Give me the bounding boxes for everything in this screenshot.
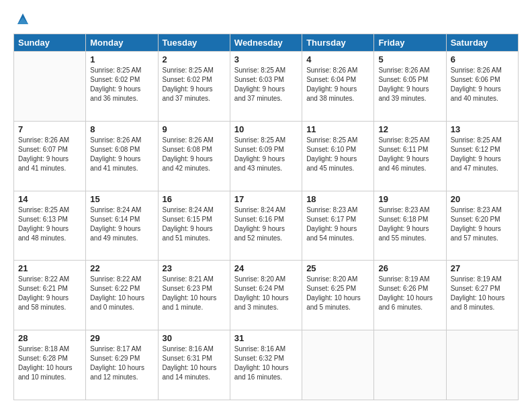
day-info: Sunrise: 8:25 AM Sunset: 6:09 PM Dayligh… — [234, 136, 298, 173]
day-info: Sunrise: 8:23 AM Sunset: 6:20 PM Dayligh… — [451, 205, 514, 243]
day-number: 10 — [234, 124, 298, 134]
day-info: Sunrise: 8:23 AM Sunset: 6:17 PM Dayligh… — [306, 205, 369, 243]
day-cell: 5Sunrise: 8:26 AM Sunset: 6:05 PM Daylig… — [374, 52, 446, 122]
day-number: 30 — [163, 333, 226, 343]
column-header-saturday: Saturday — [446, 34, 518, 52]
day-info: Sunrise: 8:22 AM Sunset: 6:21 PM Dayligh… — [18, 275, 81, 312]
day-cell: 26Sunrise: 8:19 AM Sunset: 6:26 PM Dayli… — [374, 261, 446, 330]
day-info: Sunrise: 8:26 AM Sunset: 6:04 PM Dayligh… — [306, 66, 369, 103]
day-info: Sunrise: 8:17 AM Sunset: 6:29 PM Dayligh… — [90, 345, 153, 382]
day-cell: 16Sunrise: 8:24 AM Sunset: 6:15 PM Dayli… — [158, 191, 230, 261]
day-cell: 29Sunrise: 8:17 AM Sunset: 6:29 PM Dayli… — [86, 330, 158, 400]
day-info: Sunrise: 8:22 AM Sunset: 6:22 PM Dayligh… — [90, 275, 153, 312]
day-number: 19 — [378, 194, 441, 204]
column-header-friday: Friday — [374, 34, 446, 52]
day-number: 2 — [163, 54, 226, 64]
day-cell: 4Sunrise: 8:26 AM Sunset: 6:04 PM Daylig… — [302, 52, 374, 122]
day-info: Sunrise: 8:24 AM Sunset: 6:16 PM Dayligh… — [234, 205, 298, 243]
day-number: 6 — [451, 54, 514, 64]
day-number: 28 — [18, 333, 81, 343]
day-cell: 13Sunrise: 8:25 AM Sunset: 6:12 PM Dayli… — [446, 121, 518, 191]
day-info: Sunrise: 8:25 AM Sunset: 6:03 PM Dayligh… — [234, 66, 298, 103]
week-row-3: 14Sunrise: 8:25 AM Sunset: 6:13 PM Dayli… — [14, 191, 519, 261]
day-number: 24 — [234, 263, 298, 273]
day-cell: 3Sunrise: 8:25 AM Sunset: 6:03 PM Daylig… — [230, 52, 302, 122]
column-header-wednesday: Wednesday — [230, 34, 302, 52]
day-cell: 31Sunrise: 8:16 AM Sunset: 6:32 PM Dayli… — [230, 330, 302, 400]
day-info: Sunrise: 8:26 AM Sunset: 6:07 PM Dayligh… — [18, 136, 81, 173]
day-cell: 2Sunrise: 8:25 AM Sunset: 6:02 PM Daylig… — [158, 52, 230, 122]
day-number: 12 — [378, 124, 441, 134]
page: SundayMondayTuesdayWednesdayThursdayFrid… — [0, 0, 532, 411]
day-number: 14 — [18, 194, 81, 204]
day-info: Sunrise: 8:19 AM Sunset: 6:27 PM Dayligh… — [451, 275, 514, 312]
day-cell: 24Sunrise: 8:20 AM Sunset: 6:24 PM Dayli… — [230, 261, 302, 330]
day-number: 17 — [234, 194, 298, 204]
day-info: Sunrise: 8:26 AM Sunset: 6:08 PM Dayligh… — [163, 136, 226, 173]
header — [13, 11, 519, 27]
week-row-2: 7Sunrise: 8:26 AM Sunset: 6:07 PM Daylig… — [14, 121, 519, 191]
day-number: 16 — [163, 194, 226, 204]
day-number: 26 — [378, 263, 441, 273]
day-cell: 10Sunrise: 8:25 AM Sunset: 6:09 PM Dayli… — [230, 121, 302, 191]
day-info: Sunrise: 8:20 AM Sunset: 6:25 PM Dayligh… — [306, 275, 369, 312]
day-info: Sunrise: 8:26 AM Sunset: 6:06 PM Dayligh… — [451, 66, 514, 103]
week-row-4: 21Sunrise: 8:22 AM Sunset: 6:21 PM Dayli… — [14, 261, 519, 330]
day-cell: 22Sunrise: 8:22 AM Sunset: 6:22 PM Dayli… — [86, 261, 158, 330]
day-info: Sunrise: 8:23 AM Sunset: 6:18 PM Dayligh… — [378, 205, 441, 243]
day-cell: 11Sunrise: 8:25 AM Sunset: 6:10 PM Dayli… — [302, 121, 374, 191]
day-cell: 17Sunrise: 8:24 AM Sunset: 6:16 PM Dayli… — [230, 191, 302, 261]
day-info: Sunrise: 8:25 AM Sunset: 6:02 PM Dayligh… — [163, 66, 226, 103]
column-header-sunday: Sunday — [14, 34, 86, 52]
day-cell: 21Sunrise: 8:22 AM Sunset: 6:21 PM Dayli… — [14, 261, 86, 330]
day-cell: 27Sunrise: 8:19 AM Sunset: 6:27 PM Dayli… — [446, 261, 518, 330]
logo-icon — [15, 11, 31, 27]
day-cell: 30Sunrise: 8:16 AM Sunset: 6:31 PM Dayli… — [158, 330, 230, 400]
logo — [13, 11, 31, 27]
day-number: 31 — [234, 333, 298, 343]
calendar-header-row: SundayMondayTuesdayWednesdayThursdayFrid… — [14, 34, 519, 52]
column-header-thursday: Thursday — [302, 34, 374, 52]
day-info: Sunrise: 8:16 AM Sunset: 6:32 PM Dayligh… — [234, 345, 298, 382]
week-row-1: 1Sunrise: 8:25 AM Sunset: 6:02 PM Daylig… — [14, 52, 519, 122]
day-number: 21 — [18, 263, 81, 273]
day-info: Sunrise: 8:25 AM Sunset: 6:12 PM Dayligh… — [451, 136, 514, 173]
week-row-5: 28Sunrise: 8:18 AM Sunset: 6:28 PM Dayli… — [14, 330, 519, 400]
day-number: 23 — [163, 263, 226, 273]
day-number: 5 — [378, 54, 441, 64]
day-info: Sunrise: 8:20 AM Sunset: 6:24 PM Dayligh… — [234, 275, 298, 312]
day-info: Sunrise: 8:25 AM Sunset: 6:11 PM Dayligh… — [378, 136, 441, 173]
day-cell: 8Sunrise: 8:26 AM Sunset: 6:08 PM Daylig… — [86, 121, 158, 191]
day-number: 20 — [451, 194, 514, 204]
calendar: SundayMondayTuesdayWednesdayThursdayFrid… — [13, 34, 519, 400]
day-cell — [374, 330, 446, 400]
day-info: Sunrise: 8:18 AM Sunset: 6:28 PM Dayligh… — [18, 345, 81, 382]
day-cell — [446, 330, 518, 400]
day-number: 11 — [306, 124, 369, 134]
day-cell — [14, 52, 86, 122]
day-number: 29 — [90, 333, 153, 343]
day-cell: 20Sunrise: 8:23 AM Sunset: 6:20 PM Dayli… — [446, 191, 518, 261]
day-number: 18 — [306, 194, 369, 204]
day-info: Sunrise: 8:25 AM Sunset: 6:10 PM Dayligh… — [306, 136, 369, 173]
day-number: 25 — [306, 263, 369, 273]
day-number: 27 — [451, 263, 514, 273]
day-number: 3 — [234, 54, 298, 64]
day-number: 7 — [18, 124, 81, 134]
day-number: 1 — [90, 54, 153, 64]
day-info: Sunrise: 8:24 AM Sunset: 6:14 PM Dayligh… — [90, 205, 153, 243]
day-number: 22 — [90, 263, 153, 273]
day-number: 8 — [90, 124, 153, 134]
day-number: 9 — [163, 124, 226, 134]
day-cell: 28Sunrise: 8:18 AM Sunset: 6:28 PM Dayli… — [14, 330, 86, 400]
column-header-monday: Monday — [86, 34, 158, 52]
day-cell: 1Sunrise: 8:25 AM Sunset: 6:02 PM Daylig… — [86, 52, 158, 122]
day-info: Sunrise: 8:19 AM Sunset: 6:26 PM Dayligh… — [378, 275, 441, 312]
svg-marker-1 — [17, 17, 28, 24]
day-info: Sunrise: 8:25 AM Sunset: 6:13 PM Dayligh… — [18, 205, 81, 243]
day-info: Sunrise: 8:26 AM Sunset: 6:05 PM Dayligh… — [378, 66, 441, 103]
day-cell: 19Sunrise: 8:23 AM Sunset: 6:18 PM Dayli… — [374, 191, 446, 261]
day-number: 4 — [306, 54, 369, 64]
day-info: Sunrise: 8:24 AM Sunset: 6:15 PM Dayligh… — [163, 205, 226, 243]
day-cell: 18Sunrise: 8:23 AM Sunset: 6:17 PM Dayli… — [302, 191, 374, 261]
